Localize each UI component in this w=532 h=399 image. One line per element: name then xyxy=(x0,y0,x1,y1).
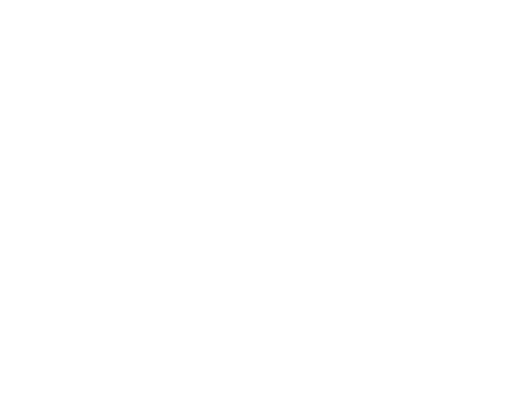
tpw-comparison-chart xyxy=(0,0,532,399)
